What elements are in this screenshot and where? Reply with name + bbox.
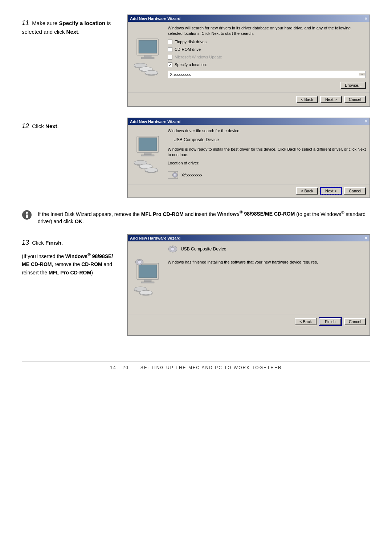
location-select[interactable]: X:\xxxxxxxx ▼ xyxy=(168,71,366,78)
back-button-12[interactable]: < Back xyxy=(296,187,318,195)
windowsupdate-label: Microsoft Windows Update xyxy=(175,55,222,59)
svg-rect-27 xyxy=(139,265,157,278)
note-text: If the Insert Disk Wizard appears, remov… xyxy=(38,209,370,226)
cancel-button-11[interactable]: Cancel xyxy=(344,96,366,103)
dialog-13-icon-area xyxy=(131,245,164,310)
svg-rect-12 xyxy=(144,152,151,155)
driver-location-row: X:\xxxxxxxx xyxy=(168,170,366,180)
dialog-11-icon-area xyxy=(131,25,164,89)
checkbox-specify[interactable]: Specify a location: xyxy=(168,62,366,67)
dialog-12-device-name: USB Composite Device xyxy=(173,137,366,142)
footer-page: 14 - 20 xyxy=(110,365,128,370)
next-button-12[interactable]: Next > xyxy=(320,187,342,195)
dialog-13-content: USB Composite Device Windows has finishe… xyxy=(168,245,366,310)
svg-rect-28 xyxy=(144,279,151,282)
dialog-12-body: Windows driver file search for the devic… xyxy=(128,125,369,184)
svg-point-35 xyxy=(138,260,141,264)
note-circle-icon xyxy=(22,210,32,220)
dialog-12-close-icon[interactable]: ✕ xyxy=(364,119,367,123)
dialog-11-title: Add New Hardware Wizard xyxy=(130,16,180,21)
step-11-section: 11 Make sure Specify a location is selec… xyxy=(22,15,370,107)
dialog-13-body: USB Composite Device Windows has finishe… xyxy=(128,241,369,314)
dialog-11-titlebar: Add New Hardware Wizard ✕ xyxy=(128,15,369,22)
svg-rect-29 xyxy=(141,282,154,283)
svg-point-19 xyxy=(145,168,158,172)
svg-point-24 xyxy=(26,212,28,214)
step-13-number: 13 xyxy=(22,239,29,246)
dialog-11-close-icon[interactable]: ✕ xyxy=(364,17,367,21)
dialog-11-description: Windows will search for new drivers in i… xyxy=(168,25,366,37)
dialog-13-close-icon[interactable]: ✕ xyxy=(364,236,367,240)
step-11-instruction: Make sure Specify a location is selected… xyxy=(22,20,111,35)
svg-rect-25 xyxy=(26,215,28,218)
dialog-12-titlebar: Add New Hardware Wizard ✕ xyxy=(128,118,369,125)
specify-label: Specify a location: xyxy=(175,62,207,67)
step-13-dialog: Add New Hardware Wizard ✕ xyxy=(127,234,370,336)
dialog-13-title: Add New Hardware Wizard xyxy=(130,236,180,240)
svg-point-9 xyxy=(145,70,158,75)
svg-point-39 xyxy=(171,247,175,251)
dialog-13-device-row: USB Composite Device xyxy=(168,245,366,253)
step-12-instruction: Click Next. xyxy=(30,123,59,129)
step-11-number: 11 xyxy=(22,19,29,26)
location-value: X:\xxxxxxxx xyxy=(169,72,359,77)
browse-row: Browse... xyxy=(168,82,366,89)
step-13-instruction: Click Finish. xyxy=(30,240,63,246)
usb-icon xyxy=(168,245,178,253)
dialog-12-footer: < Back Next > Cancel xyxy=(128,184,369,197)
svg-rect-1 xyxy=(139,40,157,53)
dialog-12-location-label: Location of driver: xyxy=(168,161,366,165)
finish-button-13[interactable]: Finish xyxy=(319,318,341,325)
dialog-12-title: Add New Hardware Wizard xyxy=(130,119,180,124)
floppy-label: Floppy disk drives xyxy=(175,40,207,44)
select-arrow-icon[interactable]: ▼ xyxy=(359,73,365,76)
svg-point-22 xyxy=(174,174,176,176)
step-12-number: 12 xyxy=(22,122,29,130)
cancel-button-13[interactable]: Cancel xyxy=(344,318,366,325)
dialog-12-content: Windows driver file search for the devic… xyxy=(168,128,366,180)
checkbox-floppy[interactable]: Floppy disk drives xyxy=(168,40,366,44)
finish-button-wrap: Finish xyxy=(319,317,342,326)
svg-rect-11 xyxy=(139,138,157,151)
location-input-row: X:\xxxxxxxx ▼ xyxy=(168,71,366,78)
page-content: 11 Make sure Specify a location is selec… xyxy=(22,15,370,370)
dialog-13-description: Windows has finished installing the soft… xyxy=(168,260,366,265)
dialog-11-body: Windows will search for new drivers in i… xyxy=(128,22,369,93)
step-12-text: 12 Click Next. xyxy=(22,118,116,131)
svg-point-33 xyxy=(139,290,152,295)
step-13-section: 13 Click Finish. (If you inserted the Wi… xyxy=(22,234,370,336)
dialog-11-footer: < Back Next > Cancel xyxy=(128,93,369,106)
svg-rect-13 xyxy=(141,155,154,156)
windowsupdate-checkbox[interactable] xyxy=(168,55,172,60)
step-12-section: 12 Click Next. Add New Hardware Wizard ✕ xyxy=(22,118,370,198)
next-button-11[interactable]: Next > xyxy=(320,96,342,103)
note-bullet-icon xyxy=(22,210,32,221)
dialog-12-location-path: X:\xxxxxxxx xyxy=(181,173,202,177)
dialog-11-content: Windows will search for new drivers in i… xyxy=(168,25,366,89)
cd-drive-icon xyxy=(168,170,179,180)
svg-rect-2 xyxy=(144,55,151,57)
computer-icon xyxy=(133,37,162,77)
note-section: If the Insert Disk Wizard appears, remov… xyxy=(22,209,370,226)
dialog-12-icon-area xyxy=(131,128,164,180)
specify-checkbox[interactable] xyxy=(168,62,172,67)
computer-icon-13 xyxy=(133,258,162,298)
dialog-13-device-name: USB Composite Device xyxy=(181,246,226,252)
cancel-button-12[interactable]: Cancel xyxy=(344,187,366,195)
footer-text: SETTING UP THE MFC AND PC TO WORK TOGETH… xyxy=(140,365,282,370)
browse-button[interactable]: Browse... xyxy=(340,82,366,89)
step-11-dialog: Add New Hardware Wizard ✕ xyxy=(127,15,370,107)
dialog-13-titlebar: Add New Hardware Wizard ✕ xyxy=(128,235,369,241)
floppy-checkbox[interactable] xyxy=(168,40,172,44)
cdrom-label: CD-ROM drive xyxy=(175,47,201,52)
checkbox-cdrom[interactable]: CD-ROM drive xyxy=(168,47,366,52)
checkbox-windowsupdate: Microsoft Windows Update xyxy=(168,55,366,60)
cdrom-checkbox[interactable] xyxy=(168,47,172,52)
dialog-13-footer: < Back Finish Cancel xyxy=(128,314,369,329)
back-button-11[interactable]: < Back xyxy=(296,96,318,103)
back-button-13[interactable]: < Back xyxy=(295,318,317,325)
computer-icon-12 xyxy=(133,134,162,174)
dialog-12-description: Windows is now ready to install the best… xyxy=(168,147,366,158)
svg-rect-3 xyxy=(141,57,154,59)
dialog-12-search-text: Windows driver file search for the devic… xyxy=(168,128,366,133)
